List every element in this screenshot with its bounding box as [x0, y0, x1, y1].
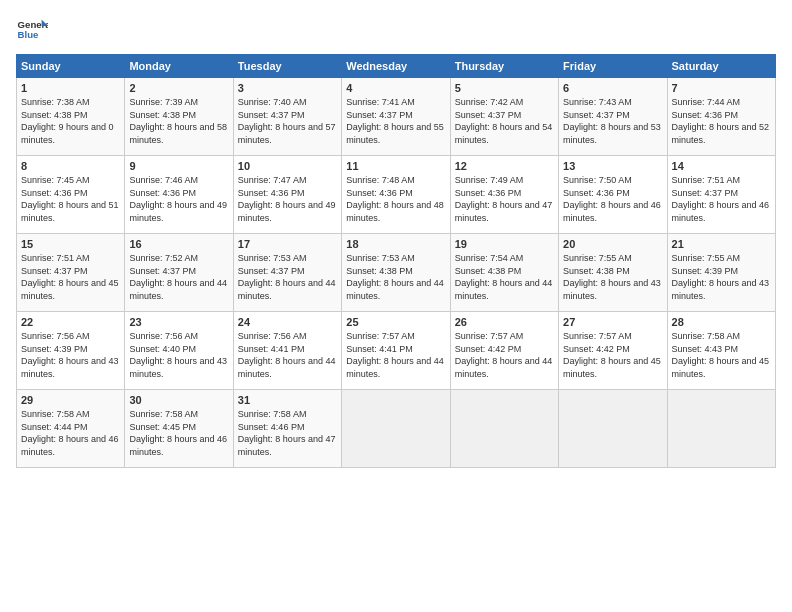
day-cell: 11 Sunrise: 7:48 AMSunset: 4:36 PMDaylig… — [342, 156, 450, 234]
col-header-tuesday: Tuesday — [233, 55, 341, 78]
cell-info: Sunrise: 7:55 AMSunset: 4:39 PMDaylight:… — [672, 253, 770, 301]
cell-info: Sunrise: 7:47 AMSunset: 4:36 PMDaylight:… — [238, 175, 336, 223]
cell-info: Sunrise: 7:55 AMSunset: 4:38 PMDaylight:… — [563, 253, 661, 301]
day-cell: 17 Sunrise: 7:53 AMSunset: 4:37 PMDaylig… — [233, 234, 341, 312]
week-row-1: 8 Sunrise: 7:45 AMSunset: 4:36 PMDayligh… — [17, 156, 776, 234]
day-number: 8 — [21, 160, 120, 172]
day-number: 29 — [21, 394, 120, 406]
day-number: 15 — [21, 238, 120, 250]
day-number: 24 — [238, 316, 337, 328]
day-cell — [559, 390, 667, 468]
day-cell: 18 Sunrise: 7:53 AMSunset: 4:38 PMDaylig… — [342, 234, 450, 312]
day-cell: 31 Sunrise: 7:58 AMSunset: 4:46 PMDaylig… — [233, 390, 341, 468]
cell-info: Sunrise: 7:54 AMSunset: 4:38 PMDaylight:… — [455, 253, 553, 301]
cell-info: Sunrise: 7:57 AMSunset: 4:41 PMDaylight:… — [346, 331, 444, 379]
cell-info: Sunrise: 7:50 AMSunset: 4:36 PMDaylight:… — [563, 175, 661, 223]
day-cell: 3 Sunrise: 7:40 AMSunset: 4:37 PMDayligh… — [233, 78, 341, 156]
day-cell: 21 Sunrise: 7:55 AMSunset: 4:39 PMDaylig… — [667, 234, 775, 312]
cell-info: Sunrise: 7:48 AMSunset: 4:36 PMDaylight:… — [346, 175, 444, 223]
cell-info: Sunrise: 7:40 AMSunset: 4:37 PMDaylight:… — [238, 97, 336, 145]
day-cell: 28 Sunrise: 7:58 AMSunset: 4:43 PMDaylig… — [667, 312, 775, 390]
day-cell: 15 Sunrise: 7:51 AMSunset: 4:37 PMDaylig… — [17, 234, 125, 312]
svg-text:Blue: Blue — [18, 29, 39, 40]
header-row: SundayMondayTuesdayWednesdayThursdayFrid… — [17, 55, 776, 78]
header: General Blue — [16, 16, 776, 44]
cell-info: Sunrise: 7:58 AMSunset: 4:44 PMDaylight:… — [21, 409, 119, 457]
col-header-saturday: Saturday — [667, 55, 775, 78]
page-container: General Blue SundayMondayTuesdayWednesda… — [0, 0, 792, 478]
week-row-2: 15 Sunrise: 7:51 AMSunset: 4:37 PMDaylig… — [17, 234, 776, 312]
cell-info: Sunrise: 7:43 AMSunset: 4:37 PMDaylight:… — [563, 97, 661, 145]
day-cell: 24 Sunrise: 7:56 AMSunset: 4:41 PMDaylig… — [233, 312, 341, 390]
cell-info: Sunrise: 7:52 AMSunset: 4:37 PMDaylight:… — [129, 253, 227, 301]
day-cell: 10 Sunrise: 7:47 AMSunset: 4:36 PMDaylig… — [233, 156, 341, 234]
day-cell: 27 Sunrise: 7:57 AMSunset: 4:42 PMDaylig… — [559, 312, 667, 390]
cell-info: Sunrise: 7:57 AMSunset: 4:42 PMDaylight:… — [455, 331, 553, 379]
day-cell — [450, 390, 558, 468]
day-cell: 7 Sunrise: 7:44 AMSunset: 4:36 PMDayligh… — [667, 78, 775, 156]
day-number: 10 — [238, 160, 337, 172]
cell-info: Sunrise: 7:58 AMSunset: 4:45 PMDaylight:… — [129, 409, 227, 457]
col-header-wednesday: Wednesday — [342, 55, 450, 78]
day-number: 13 — [563, 160, 662, 172]
cell-info: Sunrise: 7:45 AMSunset: 4:36 PMDaylight:… — [21, 175, 119, 223]
col-header-thursday: Thursday — [450, 55, 558, 78]
day-number: 12 — [455, 160, 554, 172]
cell-info: Sunrise: 7:58 AMSunset: 4:43 PMDaylight:… — [672, 331, 770, 379]
week-row-3: 22 Sunrise: 7:56 AMSunset: 4:39 PMDaylig… — [17, 312, 776, 390]
cell-info: Sunrise: 7:57 AMSunset: 4:42 PMDaylight:… — [563, 331, 661, 379]
day-cell: 6 Sunrise: 7:43 AMSunset: 4:37 PMDayligh… — [559, 78, 667, 156]
day-number: 3 — [238, 82, 337, 94]
day-number: 25 — [346, 316, 445, 328]
day-number: 19 — [455, 238, 554, 250]
day-cell: 5 Sunrise: 7:42 AMSunset: 4:37 PMDayligh… — [450, 78, 558, 156]
cell-info: Sunrise: 7:53 AMSunset: 4:38 PMDaylight:… — [346, 253, 444, 301]
day-number: 30 — [129, 394, 228, 406]
day-cell: 19 Sunrise: 7:54 AMSunset: 4:38 PMDaylig… — [450, 234, 558, 312]
cell-info: Sunrise: 7:56 AMSunset: 4:39 PMDaylight:… — [21, 331, 119, 379]
cell-info: Sunrise: 7:44 AMSunset: 4:36 PMDaylight:… — [672, 97, 770, 145]
week-row-4: 29 Sunrise: 7:58 AMSunset: 4:44 PMDaylig… — [17, 390, 776, 468]
cell-info: Sunrise: 7:42 AMSunset: 4:37 PMDaylight:… — [455, 97, 553, 145]
cell-info: Sunrise: 7:58 AMSunset: 4:46 PMDaylight:… — [238, 409, 336, 457]
day-number: 5 — [455, 82, 554, 94]
day-cell: 16 Sunrise: 7:52 AMSunset: 4:37 PMDaylig… — [125, 234, 233, 312]
day-cell: 4 Sunrise: 7:41 AMSunset: 4:37 PMDayligh… — [342, 78, 450, 156]
day-cell — [667, 390, 775, 468]
day-cell: 23 Sunrise: 7:56 AMSunset: 4:40 PMDaylig… — [125, 312, 233, 390]
day-cell: 2 Sunrise: 7:39 AMSunset: 4:38 PMDayligh… — [125, 78, 233, 156]
logo: General Blue — [16, 16, 48, 44]
col-header-friday: Friday — [559, 55, 667, 78]
day-number: 1 — [21, 82, 120, 94]
day-cell: 20 Sunrise: 7:55 AMSunset: 4:38 PMDaylig… — [559, 234, 667, 312]
cell-info: Sunrise: 7:49 AMSunset: 4:36 PMDaylight:… — [455, 175, 553, 223]
day-cell — [342, 390, 450, 468]
day-cell: 30 Sunrise: 7:58 AMSunset: 4:45 PMDaylig… — [125, 390, 233, 468]
day-cell: 29 Sunrise: 7:58 AMSunset: 4:44 PMDaylig… — [17, 390, 125, 468]
logo-icon: General Blue — [16, 16, 48, 44]
day-cell: 13 Sunrise: 7:50 AMSunset: 4:36 PMDaylig… — [559, 156, 667, 234]
day-number: 7 — [672, 82, 771, 94]
cell-info: Sunrise: 7:56 AMSunset: 4:41 PMDaylight:… — [238, 331, 336, 379]
day-cell: 8 Sunrise: 7:45 AMSunset: 4:36 PMDayligh… — [17, 156, 125, 234]
calendar-table: SundayMondayTuesdayWednesdayThursdayFrid… — [16, 54, 776, 468]
day-cell: 12 Sunrise: 7:49 AMSunset: 4:36 PMDaylig… — [450, 156, 558, 234]
day-number: 16 — [129, 238, 228, 250]
day-number: 6 — [563, 82, 662, 94]
calendar-body: 1 Sunrise: 7:38 AMSunset: 4:38 PMDayligh… — [17, 78, 776, 468]
cell-info: Sunrise: 7:56 AMSunset: 4:40 PMDaylight:… — [129, 331, 227, 379]
day-number: 9 — [129, 160, 228, 172]
day-cell: 1 Sunrise: 7:38 AMSunset: 4:38 PMDayligh… — [17, 78, 125, 156]
cell-info: Sunrise: 7:39 AMSunset: 4:38 PMDaylight:… — [129, 97, 227, 145]
col-header-sunday: Sunday — [17, 55, 125, 78]
day-number: 28 — [672, 316, 771, 328]
day-number: 14 — [672, 160, 771, 172]
col-header-monday: Monday — [125, 55, 233, 78]
day-cell: 26 Sunrise: 7:57 AMSunset: 4:42 PMDaylig… — [450, 312, 558, 390]
week-row-0: 1 Sunrise: 7:38 AMSunset: 4:38 PMDayligh… — [17, 78, 776, 156]
day-number: 17 — [238, 238, 337, 250]
day-number: 2 — [129, 82, 228, 94]
day-number: 23 — [129, 316, 228, 328]
day-cell: 9 Sunrise: 7:46 AMSunset: 4:36 PMDayligh… — [125, 156, 233, 234]
cell-info: Sunrise: 7:51 AMSunset: 4:37 PMDaylight:… — [672, 175, 770, 223]
